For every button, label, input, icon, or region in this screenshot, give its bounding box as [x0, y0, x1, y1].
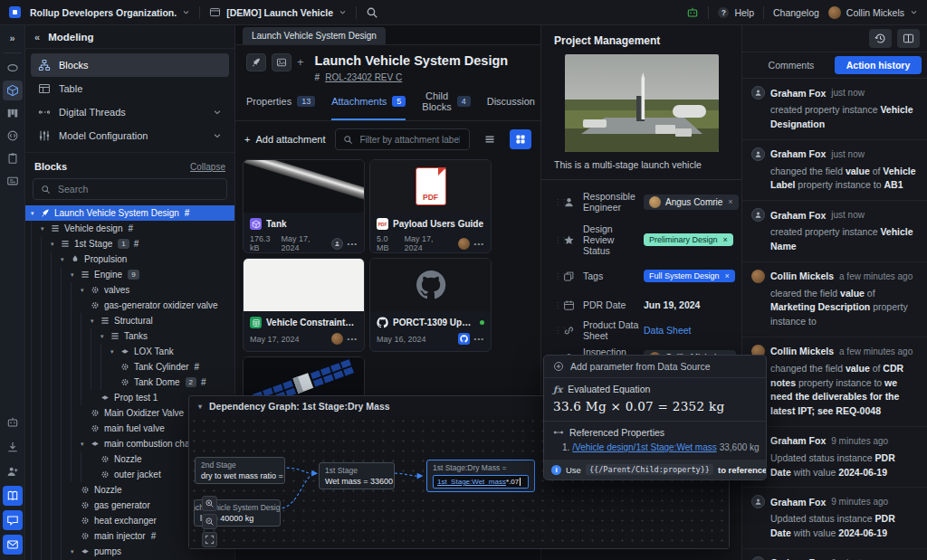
- drag-handle-icon[interactable]: ⋮⋮: [554, 198, 563, 206]
- rail-hardware[interactable]: [3, 58, 23, 78]
- rail-documents[interactable]: [3, 171, 23, 191]
- org-switcher[interactable]: Rollup Developers Organization.: [30, 7, 190, 18]
- graph-node[interactable]: 1st Stage:Dry Mass = 1st_Stage:Wet_mass …: [426, 460, 535, 492]
- fit-view-button[interactable]: [202, 532, 217, 547]
- tree-item[interactable]: ▾ Vehicle design #: [25, 221, 234, 236]
- rollup-logo-icon[interactable]: [9, 6, 21, 18]
- sidebar-nav-item[interactable]: Blocks: [31, 53, 229, 77]
- caret-down-icon[interactable]: ▾: [81, 441, 90, 448]
- value-chip[interactable]: Preliminary Design×: [644, 233, 733, 246]
- caret-down-icon[interactable]: ▾: [71, 271, 80, 279]
- tree-item[interactable]: ▾ 1st Stage 1 #: [25, 236, 234, 252]
- more-menu-icon[interactable]: •••: [474, 240, 484, 248]
- tree-item[interactable]: ▾ gas-generator oxidizer valve: [25, 298, 234, 313]
- document-tab[interactable]: Attachments 5: [331, 90, 406, 120]
- tree-item[interactable]: ▾ valves: [25, 282, 234, 298]
- user-menu[interactable]: Collin Mickels: [828, 6, 918, 19]
- rail-requirements[interactable]: [3, 148, 23, 168]
- attachment-card[interactable]: PDF PDF Payload Users Guide 5.0 MB May 1…: [369, 159, 492, 253]
- tree-search-input[interactable]: [56, 183, 219, 195]
- referenced-property-link[interactable]: /Vehicle design/1st Stage:Wet mass: [572, 442, 716, 452]
- add-icon[interactable]: +: [297, 55, 304, 69]
- attachment-filter-input[interactable]: [358, 134, 463, 146]
- tree-item[interactable]: ▾ Launch Vehicle System Design #: [25, 205, 234, 221]
- rail-data-sources[interactable]: [3, 126, 23, 146]
- drag-handle-icon[interactable]: ⋮⋮: [554, 327, 563, 335]
- tree-item[interactable]: ▾ Tank Dome 2 #: [25, 375, 234, 390]
- add-parameter-menu-item[interactable]: Add parameter from Data Source: [544, 356, 766, 378]
- history-button[interactable]: [869, 29, 892, 48]
- rail-contact[interactable]: [3, 535, 23, 555]
- tree-item[interactable]: ▾ LOX Tank: [25, 344, 234, 359]
- caret-down-icon[interactable]: ▾: [81, 287, 90, 294]
- document-tab[interactable]: Discussion: [487, 90, 535, 120]
- property-reference-link[interactable]: 1st_Stage:Wet_mass: [437, 478, 506, 486]
- field-link[interactable]: Data Sheet: [644, 325, 692, 336]
- set-image-button[interactable]: [272, 53, 291, 71]
- drag-handle-icon[interactable]: ⋮⋮: [554, 272, 563, 280]
- collapse-tree-link[interactable]: Collapse: [190, 162, 225, 172]
- remove-icon[interactable]: ×: [728, 197, 732, 206]
- tree-item[interactable]: ▾ Propulsion: [25, 252, 234, 267]
- caret-down-icon[interactable]: ▾: [110, 348, 119, 356]
- caret-down-icon[interactable]: ▾: [91, 318, 100, 325]
- attachment-filter[interactable]: [335, 128, 471, 150]
- sidebar-nav-item[interactable]: Model Configuration: [31, 124, 229, 147]
- global-search-icon[interactable]: [366, 6, 378, 19]
- zoom-in-button[interactable]: [202, 496, 217, 511]
- caret-down-icon[interactable]: ▾: [61, 256, 70, 263]
- help-button[interactable]: ? Help: [718, 7, 754, 18]
- attachment-card[interactable]: PORCT-1309 Update this inv... May 16, 20…: [369, 258, 492, 352]
- document-tab[interactable]: Child Blocks 4: [422, 90, 470, 120]
- value-chip[interactable]: Angus Comrie×: [644, 195, 739, 210]
- rail-boards[interactable]: [3, 103, 23, 123]
- remove-icon[interactable]: ×: [725, 271, 730, 280]
- drag-handle-icon[interactable]: ⋮⋮: [554, 236, 563, 244]
- layout-columns-button[interactable]: [897, 29, 920, 48]
- caret-down-icon[interactable]: ▾: [41, 225, 50, 233]
- tree-item[interactable]: ▾ Engine 9: [25, 267, 234, 282]
- sidebar-nav-item[interactable]: Table: [31, 77, 229, 100]
- tab-action-history[interactable]: Action history: [835, 56, 922, 74]
- rail-export[interactable]: [3, 437, 23, 457]
- attachment-card[interactable]: Vehicle Constraints Spreadsheet May 17, …: [243, 258, 365, 352]
- caret-down-icon[interactable]: ▾: [31, 210, 40, 217]
- more-menu-icon[interactable]: •••: [348, 335, 358, 343]
- changelog-button[interactable]: Changelog: [773, 7, 819, 18]
- rail-bot[interactable]: [3, 413, 23, 432]
- tree-item[interactable]: ▾ Tank Cylinder #: [25, 359, 234, 375]
- more-menu-icon[interactable]: •••: [348, 240, 358, 248]
- rail-feedback[interactable]: [3, 510, 23, 530]
- add-attachment-button[interactable]: + Add attachment: [244, 134, 326, 145]
- value-chip[interactable]: Full System Design×: [644, 270, 735, 282]
- equation-input[interactable]: 1st_Stage:Wet_mass *.07: [433, 475, 529, 489]
- app-status-icon[interactable]: [686, 6, 699, 19]
- drag-handle-icon[interactable]: ⋮⋮: [554, 301, 563, 309]
- caret-down-icon[interactable]: ▾: [71, 548, 80, 555]
- expand-sidebar-button[interactable]: »: [3, 28, 23, 48]
- caret-down-icon[interactable]: ▾: [51, 241, 60, 248]
- collapse-panel-icon[interactable]: «: [34, 32, 40, 43]
- graph-node[interactable]: 1st Stage Wet mass = 33600 kg: [319, 462, 395, 489]
- rail-docs[interactable]: [3, 486, 23, 506]
- graph-node[interactable]: 2nd Stage dry to wet mass ratio = 0.16: [195, 457, 285, 484]
- document-tab[interactable]: Properties 13: [246, 90, 315, 120]
- open-document-tab[interactable]: Launch Vehicle System Design: [243, 27, 386, 44]
- grid-view-button[interactable]: [510, 129, 531, 149]
- tree-search[interactable]: [33, 178, 227, 200]
- rail-invite[interactable]: [3, 461, 23, 481]
- remove-icon[interactable]: ×: [723, 235, 728, 244]
- zoom-out-button[interactable]: [202, 514, 217, 529]
- sidebar-nav-item[interactable]: Digital Threads: [31, 100, 229, 124]
- tree-item[interactable]: ▾ Tanks: [25, 328, 234, 344]
- rail-modeling[interactable]: [3, 81, 23, 100]
- block-type-button[interactable]: [246, 53, 266, 71]
- part-number-link[interactable]: ROL-23402 REV C: [325, 72, 402, 82]
- list-view-button[interactable]: [479, 129, 501, 149]
- more-menu-icon[interactable]: •••: [474, 335, 484, 343]
- attachment-card[interactable]: Tank 176.3 kB May 17, 2024 •••: [243, 159, 365, 253]
- tab-comments[interactable]: Comments: [748, 56, 835, 74]
- caret-down-icon[interactable]: ▾: [198, 403, 202, 411]
- tree-item[interactable]: ▾ Structural: [25, 313, 234, 328]
- caret-down-icon[interactable]: ▾: [100, 333, 110, 340]
